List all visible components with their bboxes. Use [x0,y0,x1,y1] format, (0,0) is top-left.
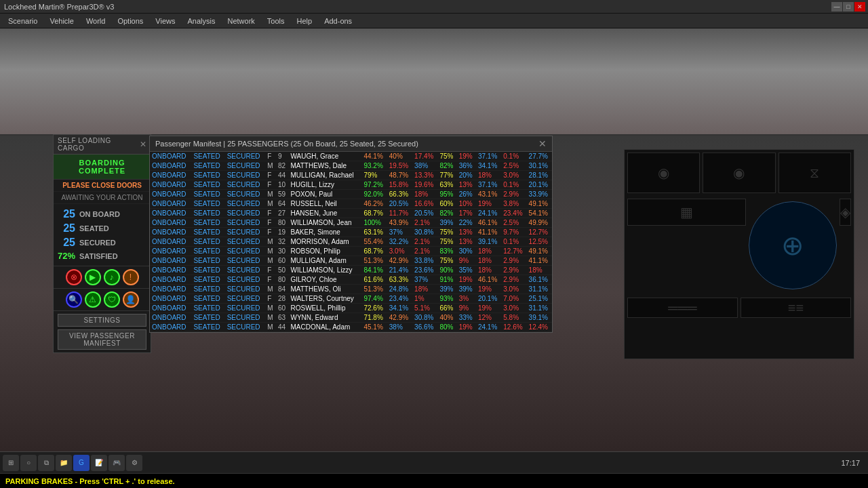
taskbar-time: 17:17 [841,459,865,467]
slc-stat-onboard: 25 ON BOARD [58,208,146,220]
settings-button[interactable]: SETTINGS [58,314,146,327]
slc-header: SELF LOADING CARGO ✕ [54,135,151,155]
cockpit-ceiling [0,27,868,136]
taskbar-start[interactable]: ⊞ [3,455,19,471]
manifest-panel: Passenger Manifest | 25 PASSENGERS (25 O… [149,136,553,333]
menu-item-help[interactable]: Help [292,16,318,26]
table-row: ONBOARD SEATED SECURED M 64 RUSSELL, Nei… [150,199,552,209]
slc-icon-search[interactable]: 🔍 [66,291,82,308]
slc-stat-seated: 25 SEATED [58,222,146,235]
menu-item-analysis[interactable]: Analysis [182,16,221,26]
window-controls: — □ ✕ [831,2,868,12]
slc-stats: 25 ON BOARD 25 SEATED 25 SECURED 72% SAT… [54,204,151,266]
table-row: ONBOARD SEATED SECURED F 27 HANSEN, June… [150,209,552,218]
instrument-box: ▦ [627,199,746,226]
slc-icon-warning[interactable]: ⚠ [85,291,101,308]
instrument-box: ◉ [627,152,700,193]
slc-stat-satisfied: 72% SATISFIED [58,251,146,261]
slc-stat-num-satisfied: 72% [58,251,79,261]
minimize-button[interactable]: — [831,2,842,12]
table-row: ONBOARD SEATED SECURED M 30 ROBSON, Phil… [150,247,552,256]
close-button[interactable]: ✕ [854,2,865,12]
table-row: ONBOARD SEATED SECURED F 80 GILROY, Chlo… [150,275,552,285]
menu-item-network[interactable]: Network [222,16,260,26]
instrument-cluster: ◉ ◉ ⧖ ▦ ⊕ ◈ ═══ ≡≡ [624,149,854,359]
instrument-box: ◈ [840,199,851,226]
slc-action-text: PLEASE CLOSE DOORS [54,180,151,192]
taskbar-search[interactable]: ○ [20,455,37,471]
maximize-button[interactable]: □ [843,2,854,12]
slc-icons-row-1: ⊗ ▶ ♪ ! [54,266,151,289]
instrument-box: ═══ [627,298,738,318]
menu-item-options[interactable]: Options [112,16,149,26]
instrument-box: ◉ [703,152,775,193]
slc-stat-label-seated: SEATED [79,224,109,232]
table-row: ONBOARD SEATED SECURED M 84 MATTHEWS, Ol… [150,285,552,294]
titlebar: Lockheed Martin® Prepar3D® v3 — □ ✕ [0,0,868,14]
menu-item-views[interactable]: Views [150,16,180,26]
menubar: Scenario Vehicle World Options Views Ana… [0,14,868,28]
slc-stat-secured: 25 SECURED [58,237,146,249]
table-row: ONBOARD SEATED SECURED F 50 WILLIAMSON, … [150,266,552,275]
slc-icon-stop[interactable]: ⊗ [66,269,82,285]
taskbar: ⊞ ○ ⧉ 📁 G 📝 🎮 ⚙ 17:17 [0,451,868,473]
map-display: ⊕ [749,201,837,289]
table-row: ONBOARD SEATED SECURED F 28 WALTERS, Cou… [150,294,552,304]
status-bar: PARKING BRAKES - Press 'CTRL + .' to rel… [0,473,868,488]
taskbar-taskview[interactable]: ⧉ [38,455,54,471]
menu-item-vehicle[interactable]: Vehicle [44,16,79,26]
taskbar-explorer[interactable]: 📁 [56,455,72,471]
table-row: ONBOARD SEATED SECURED F 10 HUGILL, Lizz… [150,180,552,190]
table-row: ONBOARD SEATED SECURED M 63 WYNN, Edward… [150,313,552,323]
table-row: ONBOARD SEATED SECURED F 9 WAUGH, Grace … [150,152,552,161]
slc-panel: SELF LOADING CARGO ✕ BOARDING COMPLETE P… [53,134,151,353]
slc-stat-label-satisfied: SATISFIED [79,252,118,260]
taskbar-notepad[interactable]: 📝 [91,455,107,471]
table-row: ONBOARD SEATED SECURED F 44 MULLIGAN, Ra… [150,171,552,180]
slc-stat-num-onboard: 25 [58,208,79,220]
table-row: ONBOARD SEATED SECURED M 59 POXON, Paul … [150,190,552,199]
slc-icon-person[interactable]: 👤 [123,291,139,308]
slc-stat-label-onboard: ON BOARD [79,210,120,218]
status-bar-text: PARKING BRAKES - Press 'CTRL + .' to rel… [0,477,175,485]
table-row: ONBOARD SEATED SECURED M 60 ROSWELL, Phi… [150,304,552,313]
manifest-close-button[interactable]: ✕ [538,138,547,149]
manifest-table-wrap[interactable]: ONBOARD SEATED SECURED F 9 WAUGH, Grace … [150,152,552,332]
slc-title: SELF LOADING CARGO [58,137,140,152]
table-row: ONBOARD SEATED SECURED M 32 MORRISON, Ad… [150,237,552,247]
table-row: ONBOARD SEATED SECURED M 82 MATTHEWS, Da… [150,161,552,171]
menu-item-scenario[interactable]: Scenario [3,16,43,26]
taskbar-chrome[interactable]: G [73,455,90,471]
view-manifest-button[interactable]: VIEW PASSENGER MANIFEST [58,329,146,350]
table-row: ONBOARD SEATED SECURED M 44 MACDONAL, Ad… [150,323,552,332]
menu-item-addons[interactable]: Add-ons [319,16,357,26]
menu-item-tools[interactable]: Tools [262,16,290,26]
menu-item-world[interactable]: World [81,16,111,26]
slc-boarding-complete: BOARDING COMPLETE [54,155,151,180]
slc-icon-music[interactable]: ♪ [104,269,120,285]
slc-stat-num-seated: 25 [58,222,79,235]
table-row: ONBOARD SEATED SECURED F 80 WILLIAMSON, … [150,218,552,228]
manifest-header: Passenger Manifest | 25 PASSENGERS (25 O… [150,136,552,152]
manifest-table: ONBOARD SEATED SECURED F 9 WAUGH, Grace … [150,152,552,332]
taskbar-app2[interactable]: ⚙ [126,455,142,471]
slc-icon-play[interactable]: ▶ [85,269,101,285]
slc-stat-label-secured: SECURED [79,239,116,247]
manifest-title: Passenger Manifest | 25 PASSENGERS (25 O… [155,140,418,148]
table-row: ONBOARD SEATED SECURED F 19 BAKER, Simon… [150,228,552,237]
instrument-box: ≡≡ [741,298,851,318]
table-row: ONBOARD SEATED SECURED M 60 MULLIGAN, Ad… [150,256,552,266]
slc-icons-row-2: 🔍 ⚠ 🛡 👤 [54,289,151,311]
taskbar-app1[interactable]: 🎮 [108,455,125,471]
titlebar-title: Lockheed Martin® Prepar3D® v3 [0,3,831,11]
instrument-box: ⧖ [778,152,851,193]
slc-awaiting-text: AWAITING YOUR ACTION [54,192,151,204]
slc-close-button[interactable]: ✕ [140,140,146,148]
slc-icon-alert[interactable]: ! [123,269,139,285]
slc-stat-num-secured: 25 [58,237,79,249]
slc-icon-shield[interactable]: 🛡 [104,291,120,308]
